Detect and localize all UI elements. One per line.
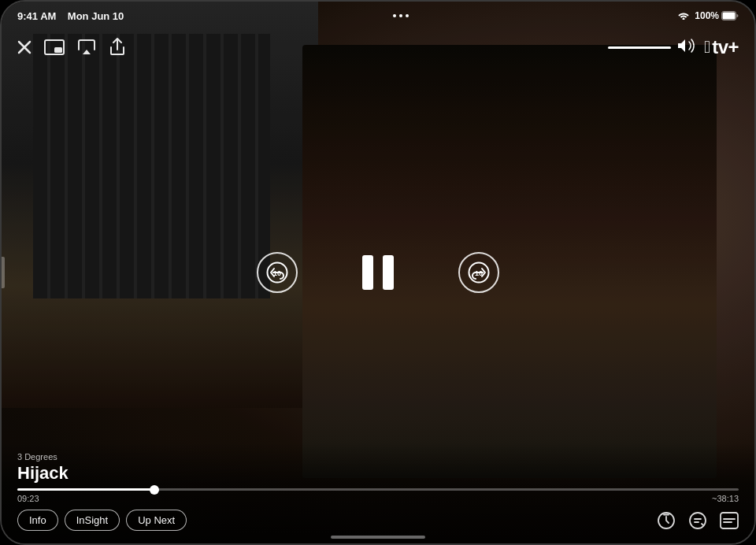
status-center-dots (393, 14, 409, 17)
play-pause-button[interactable] (361, 254, 395, 291)
top-controls:  tv+ (2, 30, 754, 65)
dot-2 (399, 14, 402, 17)
volume-slider[interactable] (608, 46, 671, 49)
progress-scrubber[interactable] (150, 485, 159, 495)
device-frame: 9:41 AM Mon Jun 10 100% (0, 0, 756, 545)
progress-fill (17, 488, 154, 491)
time-remaining: ~38:13 (712, 494, 739, 503)
progress-bar[interactable] (17, 488, 739, 491)
rewind-number: 10 (273, 269, 281, 277)
status-right: 100% (677, 10, 739, 22)
info-button[interactable]: Info (17, 510, 58, 531)
svg-rect-1 (722, 13, 735, 20)
volume-control (608, 38, 695, 57)
speed-button[interactable] (657, 511, 676, 530)
airplay-button[interactable] (77, 39, 96, 56)
insight-button[interactable]: InSight (65, 510, 120, 531)
show-subtitle: 3 Degrees (17, 452, 739, 462)
close-button[interactable] (17, 40, 32, 54)
svg-rect-6 (383, 255, 394, 290)
svg-point-9 (690, 513, 706, 528)
dot-1 (393, 14, 396, 17)
audio-button[interactable] (688, 511, 707, 530)
forward-button[interactable]: 10 (458, 252, 499, 293)
apple-tv-logo:  tv+ (704, 36, 739, 58)
side-handle (2, 257, 5, 288)
date-display: Mon Jun 10 (68, 10, 124, 22)
top-right-controls:  tv+ (608, 36, 739, 58)
apple-icon:  (704, 39, 710, 56)
pip-button[interactable] (44, 39, 65, 55)
show-title: Hijack (17, 463, 739, 484)
status-time: 9:41 AM Mon Jun 10 (17, 10, 124, 22)
controls-overlay:  tv+ 10 (2, 2, 754, 543)
top-left-controls (17, 38, 126, 57)
apple-tv-plus-text: tv+ (712, 36, 739, 58)
status-bar: 9:41 AM Mon Jun 10 100% (2, 2, 754, 30)
volume-icon (677, 38, 695, 57)
right-playback-controls (657, 511, 739, 530)
rewind-button[interactable]: 10 (257, 252, 298, 293)
dot-3 (406, 14, 409, 17)
svg-rect-10 (721, 513, 738, 528)
pill-buttons: Info InSight Up Next (17, 510, 187, 531)
time-current: 09:23 (17, 494, 39, 503)
show-info: 3 Degrees Hijack (17, 452, 739, 484)
bottom-area: 3 Degrees Hijack 09:23 ~38:13 Info InSig… (2, 443, 754, 543)
subtitles-button[interactable] (720, 512, 739, 529)
svg-rect-5 (362, 255, 373, 290)
up-next-button[interactable]: Up Next (126, 510, 187, 531)
bottom-actions: Info InSight Up Next (17, 510, 739, 531)
svg-rect-3 (54, 47, 62, 53)
battery-percent: 100% (695, 10, 719, 21)
forward-number: 10 (475, 269, 483, 277)
time-display: 9:41 AM (17, 10, 56, 22)
wifi-icon (677, 10, 690, 22)
progress-section: 09:23 ~38:13 (17, 488, 739, 503)
battery-icon: 100% (695, 10, 739, 21)
share-button[interactable] (109, 38, 126, 57)
center-controls: 10 10 (257, 252, 499, 293)
time-labels: 09:23 ~38:13 (17, 494, 739, 503)
home-indicator (331, 536, 425, 539)
